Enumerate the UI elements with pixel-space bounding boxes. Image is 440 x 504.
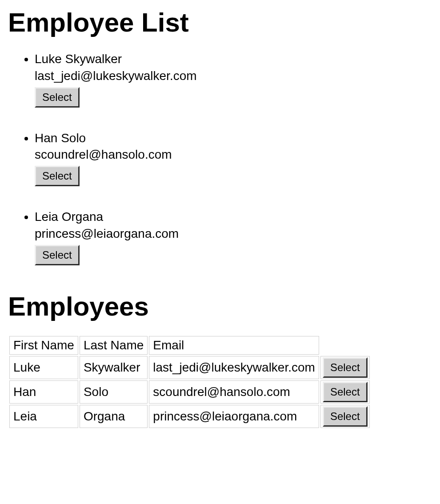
header-email: Email	[149, 336, 319, 355]
list-item: Leia Organa princess@leiaorgana.com Sele…	[35, 208, 432, 265]
header-first-name: First Name	[9, 336, 78, 355]
cell-action: Select	[320, 356, 370, 379]
page-title-employee-list: Employee List	[8, 8, 432, 37]
employee-email: last_jedi@lukeskywalker.com	[35, 68, 432, 84]
select-button[interactable]: Select	[323, 406, 368, 427]
select-button[interactable]: Select	[35, 245, 80, 265]
page-title-employees: Employees	[8, 292, 432, 321]
employee-table: First Name Last Name Email Luke Skywalke…	[8, 335, 371, 429]
cell-first-name: Han	[9, 380, 78, 404]
employee-list: Luke Skywalker last_jedi@lukeskywalker.c…	[8, 51, 432, 265]
employee-name: Han Solo	[35, 130, 432, 147]
table-row: Leia Organa princess@leiaorgana.com Sele…	[9, 405, 370, 428]
employee-name: Luke Skywalker	[35, 51, 432, 68]
cell-last-name: Organa	[80, 405, 148, 428]
cell-action: Select	[320, 405, 370, 428]
select-button[interactable]: Select	[323, 357, 368, 378]
cell-last-name: Skywalker	[80, 356, 148, 379]
cell-email: princess@leiaorgana.com	[149, 405, 319, 428]
header-action-empty	[320, 336, 370, 355]
header-last-name: Last Name	[80, 336, 148, 355]
select-button[interactable]: Select	[323, 382, 368, 402]
employee-email: princess@leiaorgana.com	[35, 225, 432, 242]
cell-email: scoundrel@hansolo.com	[149, 380, 319, 404]
table-row: Han Solo scoundrel@hansolo.com Select	[9, 380, 370, 404]
cell-first-name: Leia	[9, 405, 78, 428]
table-header-row: First Name Last Name Email	[9, 336, 370, 355]
cell-email: last_jedi@lukeskywalker.com	[149, 356, 319, 379]
list-item: Luke Skywalker last_jedi@lukeskywalker.c…	[35, 51, 432, 108]
select-button[interactable]: Select	[35, 166, 80, 186]
employee-name: Leia Organa	[35, 208, 432, 225]
cell-action: Select	[320, 380, 370, 404]
select-button[interactable]: Select	[35, 87, 80, 108]
employee-email: scoundrel@hansolo.com	[35, 146, 432, 163]
list-item: Han Solo scoundrel@hansolo.com Select	[35, 130, 432, 187]
cell-last-name: Solo	[80, 380, 148, 404]
cell-first-name: Luke	[9, 356, 78, 379]
table-row: Luke Skywalker last_jedi@lukeskywalker.c…	[9, 356, 370, 379]
